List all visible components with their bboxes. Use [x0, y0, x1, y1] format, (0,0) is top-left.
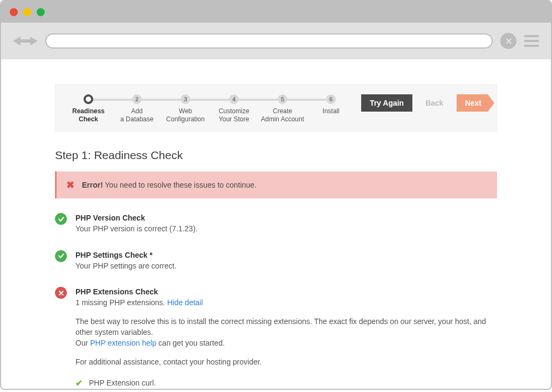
check-text: Your PHP version is correct (7.1.23).: [75, 224, 197, 233]
step-label: Customize: [219, 107, 250, 115]
check-text: Your PHP settings are correct.: [75, 262, 177, 270]
step-label: Configuration: [166, 115, 204, 123]
nav-forward-icon[interactable]: [30, 37, 38, 45]
step-number: 2: [135, 96, 139, 102]
check-php-extensions: PHP Extensions Check 1 missing PHP exten…: [55, 286, 497, 389]
check-php-version: PHP Version Check Your PHP version is co…: [55, 212, 497, 235]
check-pass-icon: [55, 250, 67, 262]
step-label: Your Store: [219, 115, 249, 123]
next-button[interactable]: Next: [457, 94, 488, 112]
step-install[interactable]: 6 Install: [307, 94, 355, 115]
step-label: Readiness: [72, 107, 105, 115]
check-pass-icon: [55, 213, 67, 225]
install-steps: Readiness Check 2 Add a Database 3: [64, 94, 357, 123]
browser-window: ✕ Readiness Check 2: [0, 0, 552, 390]
step-track: [88, 99, 333, 101]
extension-list: ✔ PHP Extension curl. ✔ PHP Extension ic…: [75, 375, 497, 389]
check-title: PHP Settings Check *: [75, 250, 177, 260]
step-label: Add: [131, 107, 142, 115]
tick-icon: ✔: [75, 377, 82, 389]
step-label: Create: [273, 107, 292, 115]
hide-detail-link[interactable]: Hide detail: [167, 298, 203, 307]
check-summary: 1 missing PHP extensions. Hide detail: [75, 298, 203, 307]
check-fail-icon: [55, 287, 67, 299]
error-text: Error! You need to resolve these issues …: [82, 181, 257, 189]
close-window-icon[interactable]: [10, 8, 18, 16]
try-again-button[interactable]: Try Again: [361, 94, 412, 112]
step-number: 5: [281, 96, 284, 102]
check-detail-text: For additional assistance, contact your …: [75, 356, 497, 367]
browser-toolbar: ✕: [1, 23, 551, 59]
page-title: Step 1: Readiness Check: [55, 149, 497, 162]
step-label: Web: [179, 107, 192, 115]
install-progress-bar: Readiness Check 2 Add a Database 3: [55, 84, 497, 132]
address-bar[interactable]: [45, 33, 493, 49]
check-title: PHP Extensions Check: [75, 286, 497, 297]
check-php-settings: PHP Settings Check * Your PHP settings a…: [55, 250, 497, 272]
menu-icon[interactable]: [524, 35, 539, 47]
extension-row: ✔ PHP Extension curl.: [75, 375, 497, 389]
wizard-actions: Try Again Back Next: [361, 94, 488, 112]
check-detail-text: The best way to resolve this is to insta…: [75, 316, 497, 338]
step-number: 3: [184, 96, 187, 102]
back-button[interactable]: Back: [417, 94, 452, 112]
step-number: 4: [232, 96, 236, 102]
php-extension-help-link[interactable]: PHP extension help: [90, 339, 156, 347]
step-label: Install: [322, 107, 339, 115]
step-label: Admin Account: [261, 115, 304, 123]
nav-back-icon[interactable]: [13, 37, 20, 45]
zoom-window-icon[interactable]: [37, 8, 45, 16]
error-banner: ✖ Error! You need to resolve these issue…: [55, 171, 497, 198]
check-title: PHP Version Check: [75, 212, 197, 223]
stop-reload-icon[interactable]: ✕: [500, 33, 516, 49]
step-label: Check: [79, 115, 98, 123]
step-label: a Database: [120, 115, 153, 123]
error-icon: ✖: [66, 179, 74, 191]
minimize-window-icon[interactable]: [23, 8, 31, 16]
check-detail-text: Our PHP extension help can get you start…: [75, 338, 497, 348]
extension-name: PHP Extension curl.: [89, 377, 156, 388]
page-viewport: Readiness Check 2 Add a Database 3: [1, 59, 551, 389]
window-titlebar: [1, 1, 551, 23]
step-number: 6: [329, 96, 333, 102]
